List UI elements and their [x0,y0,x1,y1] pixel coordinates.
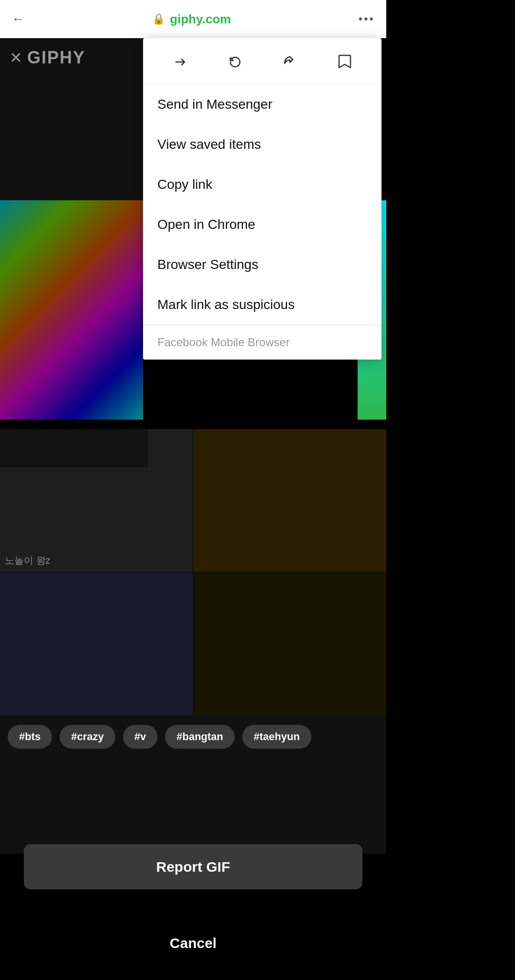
url-bar: 🔒 giphy.com [152,12,231,27]
back-button[interactable]: ← [11,11,25,27]
share-button[interactable] [277,49,303,75]
lock-icon: 🔒 [152,13,165,25]
dropdown-icon-row [143,38,381,84]
thumbnail-grid: 노놀이 왕z [0,429,386,715]
cancel-button[interactable]: Cancel [0,935,386,951]
dropdown-menu: Send in Messenger View saved items Copy … [143,38,381,360]
menu-item-copy-link[interactable]: Copy link [143,165,381,205]
bottom-dark-area [0,758,386,854]
tags-row: #bts #crazy #v #bangtan #taehyun [0,715,386,758]
tag-bts[interactable]: #bts [8,725,52,749]
tag-v[interactable]: #v [123,725,157,749]
tag-bangtan[interactable]: #bangtan [165,725,235,749]
menu-item-browser-settings[interactable]: Browser Settings [143,245,381,285]
menu-item-send-messenger[interactable]: Send in Messenger [143,84,381,124]
grid-cell-2[interactable] [194,429,386,572]
tag-taehyun[interactable]: #taehyun [242,725,311,749]
menu-item-open-chrome[interactable]: Open in Chrome [143,205,381,245]
dropdown-footer-label: Facebook Mobile Browser [143,325,381,360]
background-overlay [0,38,148,467]
browser-bar: ← 🔒 giphy.com ••• [0,0,386,38]
menu-item-view-saved[interactable]: View saved items [143,124,381,165]
forward-button[interactable] [167,49,194,75]
grid-cell-3[interactable] [0,573,193,715]
report-gif-button[interactable]: Report GIF [24,844,362,889]
grid-cell-4[interactable] [194,573,386,715]
url-text: giphy.com [170,12,231,27]
tag-crazy[interactable]: #crazy [60,725,115,749]
more-button[interactable]: ••• [359,12,375,26]
grid-cell-1-text: 노놀이 왕z [5,554,51,567]
menu-item-mark-suspicious[interactable]: Mark link as suspicious [143,285,381,325]
bookmark-button[interactable] [331,49,358,75]
reload-button[interactable] [222,49,248,75]
